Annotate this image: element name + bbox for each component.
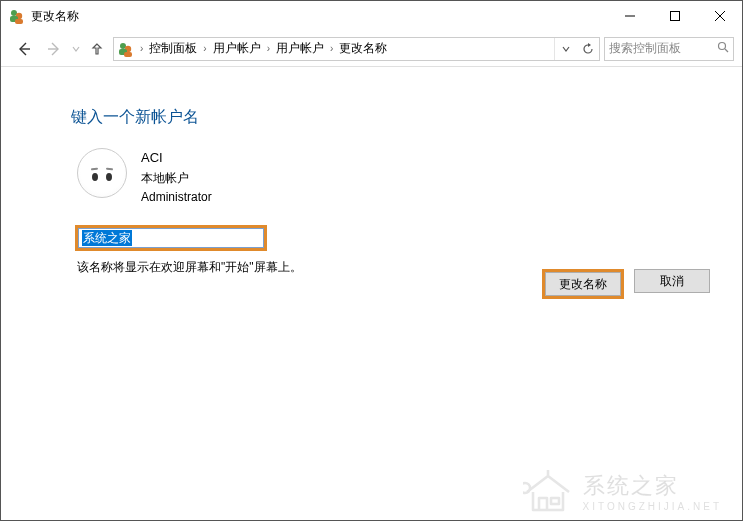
breadcrumb-item[interactable]: 更改名称 — [337, 40, 389, 57]
titlebar: 更改名称 — [1, 1, 742, 31]
page-heading: 键入一个新帐户名 — [71, 107, 672, 128]
address-bar[interactable]: › 控制面板 › 用户帐户 › 用户帐户 › 更改名称 — [113, 37, 600, 61]
watermark-url: XITONGZHIJIA.NET — [583, 501, 723, 512]
search-icon — [717, 41, 729, 56]
account-name: ACI — [141, 148, 212, 169]
search-placeholder: 搜索控制面板 — [609, 40, 681, 57]
input-selected-text: 系统之家 — [82, 230, 132, 246]
svg-rect-3 — [15, 19, 23, 24]
search-input[interactable]: 搜索控制面板 — [604, 37, 734, 61]
user-accounts-icon — [9, 8, 25, 24]
highlight-annotation: 更改名称 — [542, 269, 624, 299]
window-controls — [607, 1, 742, 31]
svg-line-15 — [725, 49, 728, 52]
refresh-button[interactable] — [577, 38, 599, 60]
forward-button[interactable] — [39, 34, 69, 64]
breadcrumb-item[interactable]: 用户帐户 — [211, 40, 263, 57]
breadcrumb-item[interactable]: 用户帐户 — [274, 40, 326, 57]
button-row: 更改名称 取消 — [542, 269, 710, 299]
user-accounts-icon — [118, 41, 134, 57]
recent-locations-button[interactable] — [69, 34, 83, 64]
back-button[interactable] — [9, 34, 39, 64]
chevron-right-icon[interactable]: › — [326, 43, 337, 54]
svg-rect-5 — [670, 12, 679, 21]
account-info-row: ACI 本地帐户 Administrator — [77, 148, 672, 207]
chevron-right-icon[interactable]: › — [199, 43, 210, 54]
account-type: 本地帐户 — [141, 169, 212, 188]
cancel-button[interactable]: 取消 — [634, 269, 710, 293]
content-area: 键入一个新帐户名 ACI 本地帐户 Administrator 系统之家 该名称… — [1, 67, 742, 276]
minimize-button[interactable] — [607, 1, 652, 31]
watermark-text: 系统之家 — [583, 473, 679, 498]
up-button[interactable] — [85, 41, 109, 57]
submit-button[interactable]: 更改名称 — [545, 272, 621, 296]
account-role: Administrator — [141, 188, 212, 207]
close-button[interactable] — [697, 1, 742, 31]
maximize-button[interactable] — [652, 1, 697, 31]
chevron-right-icon[interactable]: › — [136, 43, 147, 54]
avatar-icon — [77, 148, 127, 198]
svg-point-16 — [523, 483, 530, 493]
breadcrumb-item[interactable]: 控制面板 — [147, 40, 199, 57]
svg-rect-13 — [124, 52, 132, 57]
toolbar: › 控制面板 › 用户帐户 › 用户帐户 › 更改名称 搜索控制面板 — [1, 31, 742, 67]
chevron-right-icon[interactable]: › — [263, 43, 274, 54]
svg-point-14 — [719, 43, 726, 50]
history-dropdown-button[interactable] — [555, 38, 577, 60]
watermark: 系统之家 XITONGZHIJIA.NET — [523, 470, 723, 512]
account-name-input[interactable]: 系统之家 — [78, 228, 264, 248]
watermark-logo-icon — [523, 470, 573, 512]
window-title: 更改名称 — [31, 8, 607, 25]
highlight-annotation: 系统之家 — [75, 225, 267, 251]
account-info: ACI 本地帐户 Administrator — [141, 148, 212, 207]
